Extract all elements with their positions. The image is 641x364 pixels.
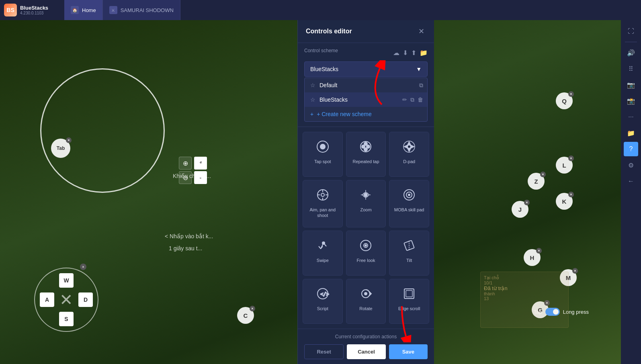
edit-bluestacks-icon[interactable]: ✏: [402, 96, 407, 103]
tap-spot-icon: [314, 138, 332, 155]
create-scheme-item[interactable]: + + Create new scheme: [305, 107, 427, 121]
reset-button[interactable]: Reset: [304, 344, 344, 359]
swipe-icon: [314, 237, 332, 254]
import-icon[interactable]: ⬇: [403, 49, 408, 57]
zoom-icon: [357, 186, 375, 204]
j-key-close[interactable]: ×: [524, 200, 530, 205]
z-key-close[interactable]: ×: [540, 172, 546, 177]
l-key-close[interactable]: ×: [568, 155, 574, 161]
scheme-default-item[interactable]: ☆ Default ⧉: [305, 78, 427, 92]
control-tilt[interactable]: Tilt: [389, 231, 429, 276]
q-key-close[interactable]: ×: [568, 91, 574, 97]
svg-text:</>: </>: [320, 291, 329, 297]
dotted-grid-icon[interactable]: ⠿: [624, 61, 638, 76]
dpad-label: D-pad: [403, 159, 415, 164]
svg-point-21: [364, 193, 367, 196]
repeated-tap-icon: [357, 138, 375, 155]
svg-marker-12: [404, 145, 408, 148]
scheme-dropdown[interactable]: BlueStacks ▼: [304, 61, 428, 77]
dpad-left[interactable]: A: [40, 292, 54, 307]
cloud-icon[interactable]: ☁: [393, 49, 399, 57]
script-label: Script: [317, 306, 328, 311]
panel-title: Controls editor: [306, 28, 352, 35]
camera-icon[interactable]: 📷: [624, 78, 638, 92]
tab-key-close[interactable]: ×: [66, 137, 72, 143]
l-key-badge[interactable]: L ×: [556, 157, 573, 174]
freelook-icon: [357, 237, 375, 254]
save-button[interactable]: Save: [389, 344, 428, 359]
panel-header: Controls editor ✕: [298, 20, 434, 43]
dpad-up[interactable]: W: [59, 273, 74, 288]
svg-point-7: [364, 142, 367, 145]
circle-control[interactable]: [40, 68, 165, 193]
repeated-tap-label: Repeated tap: [352, 159, 379, 164]
freelook-label: Free look: [357, 258, 375, 263]
edge-scroll-label: Edge scroll: [398, 306, 420, 311]
game-text-1: Khiếu chiến t...: [173, 173, 211, 179]
panel-close-button[interactable]: ✕: [416, 27, 426, 36]
tilt-icon: [400, 237, 418, 254]
settings-icon[interactable]: ⚙: [624, 158, 638, 172]
cancel-button[interactable]: Cancel: [347, 344, 385, 359]
help-icon[interactable]: ?: [624, 142, 638, 156]
k-key-badge[interactable]: K ×: [556, 193, 573, 210]
folder-icon[interactable]: 📁: [420, 49, 428, 57]
h-key-close[interactable]: ×: [536, 248, 542, 254]
app-name: BlueStacks: [20, 5, 48, 11]
dpad-down[interactable]: S: [59, 312, 74, 326]
rotate-label: Rotate: [359, 306, 372, 311]
more-icon[interactable]: ···: [624, 110, 638, 124]
control-script[interactable]: </> Script: [303, 279, 343, 324]
svg-marker-11: [408, 148, 411, 151]
m-key-close[interactable]: ×: [572, 268, 578, 274]
svg-marker-10: [408, 142, 411, 145]
control-edge-scroll[interactable]: Edge scroll: [389, 279, 429, 324]
toolbar-separator-1: [625, 42, 637, 42]
delete-bluestacks-icon[interactable]: 🗑: [418, 96, 423, 103]
control-repeated-tap[interactable]: Repeated tap: [346, 132, 386, 177]
scheme-bluestacks-item[interactable]: ☆ BlueStacks ✏ ⧉ 🗑: [305, 92, 427, 107]
home-tab-label: Home: [82, 7, 96, 13]
control-dpad[interactable]: D-pad: [389, 132, 429, 177]
d-key-square[interactable]: ᵈ: [194, 157, 207, 170]
control-rotate[interactable]: Rotate: [346, 279, 386, 324]
j-key-badge[interactable]: J ×: [512, 201, 528, 218]
tab-key-badge[interactable]: Tab ×: [51, 139, 70, 158]
control-moba[interactable]: MOBA skill pad: [389, 180, 429, 227]
control-freelook[interactable]: Free look: [346, 231, 386, 276]
export-icon[interactable]: ⬆: [411, 49, 416, 57]
right-toolbar: ⛶ 🔊 ⠿ 📷 📸 ··· 📁 ? ⚙ ←: [621, 20, 641, 364]
control-swipe[interactable]: Swipe: [303, 231, 343, 276]
svg-marker-13: [411, 145, 414, 148]
action-buttons: Reset Cancel Save: [304, 344, 428, 359]
default-item-actions: ⧉: [419, 82, 423, 89]
control-aim[interactable]: Aim, pan and shoot: [303, 180, 343, 227]
dpad-right[interactable]: D: [78, 292, 93, 307]
q-key-badge[interactable]: Q ×: [556, 92, 573, 109]
copy-bluestacks-icon[interactable]: ⧉: [410, 96, 414, 103]
zoom-in-button[interactable]: ⊕: [179, 157, 192, 170]
screenshot-icon[interactable]: 📸: [624, 94, 638, 108]
c-key-badge[interactable]: C ×: [237, 307, 254, 324]
dpad-control[interactable]: W S A D ✕ ×: [34, 268, 98, 332]
k-key-close[interactable]: ×: [568, 192, 574, 197]
expand-icon[interactable]: ⛶: [624, 24, 638, 39]
aim-icon: [314, 186, 332, 204]
back-icon[interactable]: ←: [624, 174, 638, 188]
tap-spot-label: Tap spot: [314, 159, 331, 164]
volume-icon[interactable]: 🔊: [624, 45, 638, 60]
scheme-label: Control scheme: [304, 48, 338, 53]
h-key-badge[interactable]: H ×: [524, 249, 541, 266]
c-key-close[interactable]: ×: [250, 306, 255, 311]
dpad-close[interactable]: ×: [80, 264, 86, 270]
z-key-badge[interactable]: Z ×: [528, 173, 545, 190]
svg-point-8: [364, 148, 367, 151]
tab-home[interactable]: 🏠 Home: [64, 0, 103, 20]
svg-point-16: [321, 193, 324, 196]
copy-default-icon[interactable]: ⧉: [419, 82, 423, 89]
control-tap-spot[interactable]: Tap spot: [303, 132, 343, 177]
control-zoom[interactable]: Zoom: [346, 180, 386, 227]
tab-game[interactable]: ⚔ SAMURAI SHODOWN: [103, 0, 180, 20]
folder-rt-icon[interactable]: 📁: [624, 126, 638, 140]
star-icon-bluestacks: ☆: [310, 96, 315, 103]
